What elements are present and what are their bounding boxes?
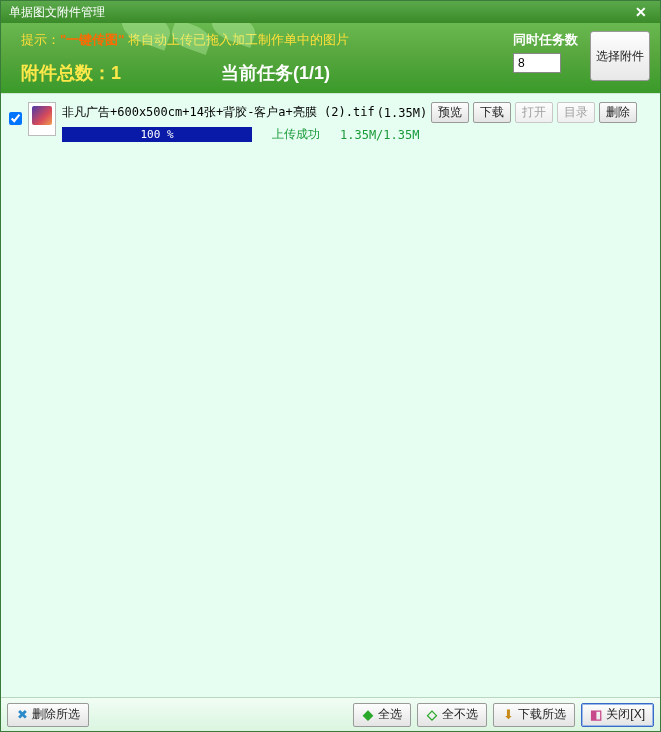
choose-attachment-button[interactable]: 选择附件 [590,31,650,81]
attach-count-value: 1 [111,63,121,83]
open-button: 打开 [515,102,553,123]
attachment-row: 非凡广告+600x500cm+14张+背胶-客户a+亮膜 (2).tif (1.… [3,100,658,145]
concurrent-tasks-label: 同时任务数 [513,31,578,49]
uncheck-icon: ◇ [426,709,438,721]
titlebar: 单据图文附件管理 ✕ [1,1,660,23]
select-none-button[interactable]: ◇ 全不选 [417,703,487,727]
download-icon: ⬇ [502,709,514,721]
download-selected-button[interactable]: ⬇ 下载所选 [493,703,575,727]
filesize-text: (1.35M) [377,106,428,120]
row-checkbox[interactable] [9,112,22,125]
footer-toolbar: ✖ 删除所选 ◆ 全选 ◇ 全不选 ⬇ 下载所选 ◧ 关闭[X] [1,697,660,731]
current-task-label: 当前任务 [221,63,293,83]
close-icon: ◧ [590,709,602,721]
current-task-progress: (1/1) [293,63,330,83]
select-all-button[interactable]: ◆ 全选 [353,703,411,727]
delete-icon: ✖ [16,709,28,721]
attach-count-label: 附件总数： [21,63,111,83]
download-button[interactable]: 下载 [473,102,511,123]
tip-quoted: "一键传图" [60,32,124,47]
close-button[interactable]: ◧ 关闭[X] [581,703,654,727]
directory-button: 目录 [557,102,595,123]
header-band: 提示："一键传图" 将自动上传已拖入加工制作单中的图片 附件总数：1 当前任务(… [1,23,660,93]
progress-percent-text: 100 % [62,127,252,142]
delete-selected-button[interactable]: ✖ 删除所选 [7,703,89,727]
main-window: 单据图文附件管理 ✕ 提示："一键传图" 将自动上传已拖入加工制作单中的图片 附… [0,0,661,732]
window-title: 单据图文附件管理 [9,4,105,21]
leaf-decoration [168,23,214,55]
preview-button[interactable]: 预览 [431,102,469,123]
size-progress-text: 1.35M/1.35M [340,128,419,142]
thumbnail-icon [28,102,56,136]
concurrent-tasks-input[interactable] [513,53,561,73]
delete-button[interactable]: 删除 [599,102,637,123]
check-icon: ◆ [362,709,374,721]
window-close-button[interactable]: ✕ [626,3,656,21]
progress-bar: 100 % [62,127,252,142]
attachment-list: 非凡广告+600x500cm+14张+背胶-客户a+亮膜 (2).tif (1.… [1,93,660,697]
tip-prefix: 提示： [21,32,60,47]
filename-text: 非凡广告+600x500cm+14张+背胶-客户a+亮膜 (2).tif [62,104,375,121]
upload-status-text: 上传成功 [272,126,320,143]
